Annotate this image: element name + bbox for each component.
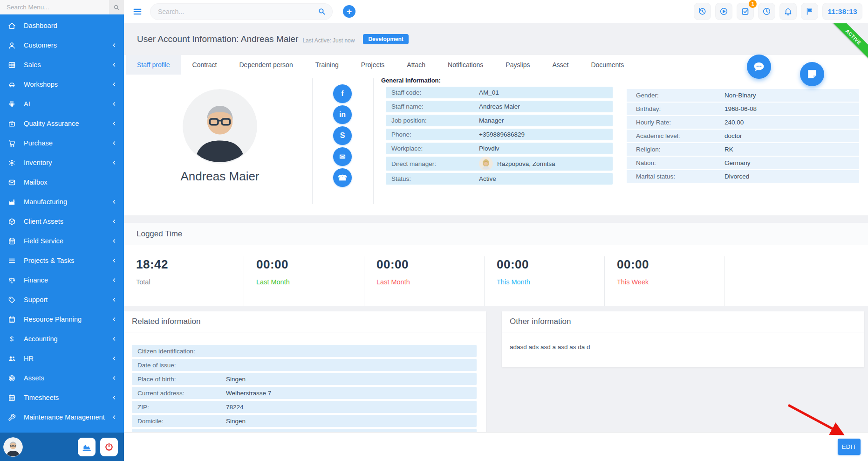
sidebar-item-resource-planning[interactable]: Resource Planning	[0, 310, 124, 329]
sidebar-item-label: Timesheets	[24, 394, 111, 401]
chevron-left-icon	[111, 414, 117, 420]
tab-projects[interactable]: Projects	[350, 55, 396, 75]
sidebar-item-maintenance-management[interactable]: Maintenance Management	[0, 407, 124, 427]
sidebar-item-inventory[interactable]: Inventory	[0, 153, 124, 172]
factory-icon	[8, 198, 16, 206]
sidebar-item-hr[interactable]: HR	[0, 349, 124, 368]
chevron-left-icon	[111, 258, 117, 263]
global-search-input[interactable]	[157, 7, 314, 16]
sidebar-item-finance[interactable]: Finance	[0, 270, 124, 290]
tab-training[interactable]: Training	[304, 55, 350, 75]
topbar-button-play[interactable]	[715, 3, 732, 20]
chevron-left-icon	[111, 121, 117, 126]
sidebar-item-timesheets[interactable]: Timesheets	[0, 388, 124, 407]
reports-button[interactable]	[78, 438, 96, 456]
tab-asset[interactable]: Asset	[541, 55, 580, 75]
sidebar-item-accounting[interactable]: Accounting	[0, 329, 124, 349]
sidebar-item-assets[interactable]: Assets	[0, 368, 124, 388]
search-button[interactable]	[318, 7, 326, 15]
search-icon	[318, 7, 326, 15]
app-root: { "colors": { "accent": "#2d8cf0", "side…	[0, 0, 868, 461]
topbar-button-history[interactable]	[694, 3, 711, 20]
clock-display[interactable]: 11:38:13	[822, 3, 862, 20]
sidebar-item-dashboard[interactable]: Dashboard	[0, 16, 124, 35]
user-avatar[interactable]	[3, 437, 23, 457]
social-button-phone[interactable]: ☎	[333, 168, 352, 187]
sidebar-search-input[interactable]	[0, 0, 109, 14]
scale-icon	[8, 276, 16, 284]
row-label: Hourly Rate:	[636, 119, 724, 126]
chevron-left-icon	[111, 160, 117, 165]
topbar-button-check-square[interactable]: 1	[737, 3, 754, 20]
calendar-icon	[8, 316, 16, 323]
tab-notifications[interactable]: Notifications	[437, 55, 494, 75]
sidebar-item-workshops[interactable]: Workshops	[0, 75, 124, 94]
logout-button[interactable]	[100, 438, 118, 456]
sidebar-search-button[interactable]	[109, 0, 124, 14]
sidebar-item-sales[interactable]: Sales	[0, 55, 124, 75]
tab-attach[interactable]: Attach	[396, 55, 437, 75]
sidebar-item-client-assets[interactable]: Client Assets	[0, 212, 124, 231]
row-label: Workplace:	[391, 145, 479, 152]
topbar-button-bell[interactable]	[779, 3, 797, 20]
tab-dependent-person[interactable]: Dependent person	[228, 55, 304, 75]
row-label: Citizen identification:	[137, 348, 226, 355]
row-value: Razpopova, Zornitsa	[479, 157, 555, 171]
sidebar-item-mailbox[interactable]: Mailbox	[0, 172, 124, 192]
manager-avatar[interactable]	[479, 157, 493, 171]
stat-label: Last Month	[256, 278, 364, 286]
profile-photo	[183, 89, 257, 164]
table-row: Direct manager: Razpopova, Zornitsa	[386, 157, 613, 171]
social-button-linkedin[interactable]: in	[333, 105, 352, 124]
sidebar-item-field-service[interactable]: Field Service	[0, 231, 124, 251]
topbar-button-clock[interactable]	[758, 3, 775, 20]
stat-value: 00:00	[617, 257, 724, 272]
sidebar-item-ai[interactable]: AI	[0, 94, 124, 114]
history-icon	[698, 7, 707, 16]
tab-contract[interactable]: Contract	[181, 55, 228, 75]
sidebar-item-customers[interactable]: Customers	[0, 35, 124, 55]
tab-staff-profile[interactable]: Staff profile	[126, 55, 181, 75]
row-value: 1968-06-08	[724, 105, 757, 112]
table-row: Birthday: 1968-06-08	[627, 103, 859, 115]
sidebar-item-projects-tasks[interactable]: Projects & Tasks	[0, 251, 124, 270]
sidebar-item-label: Purchase	[24, 139, 111, 147]
social-button-skype[interactable]: S	[333, 126, 352, 145]
topbar-button-flag[interactable]	[801, 3, 818, 20]
tab-documents[interactable]: Documents	[580, 55, 635, 75]
row-label: Domicile:	[137, 418, 226, 425]
social-button-email[interactable]: ✉	[333, 147, 352, 166]
stat-label: This Week	[617, 278, 724, 286]
chevron-left-icon	[111, 140, 117, 146]
sidebar-item-manufacturing[interactable]: Manufacturing	[0, 192, 124, 212]
sidebar-item-quality-assurance[interactable]: Quality Assurance	[0, 114, 124, 133]
social-links: f in S ✉ ☎	[333, 84, 352, 187]
sidebar-item-support[interactable]: Support	[0, 290, 124, 310]
manager-photo-icon	[479, 157, 493, 171]
play-icon	[719, 7, 728, 16]
row-value: Plovdiv	[479, 145, 499, 152]
chevron-left-icon	[111, 42, 117, 48]
tab-payslips[interactable]: Payslips	[494, 55, 541, 75]
grid-icon	[8, 61, 16, 69]
sidebar-item-label: Sales	[24, 61, 111, 69]
row-value: Weiherstrasse 7	[226, 390, 271, 397]
profile-photo-icon	[183, 89, 257, 164]
general-info-table: Staff code: AM_01 Staff name: Andreas Ma…	[386, 87, 613, 185]
edit-button[interactable]: EDIT	[838, 439, 861, 455]
notes-fab-button[interactable]	[800, 62, 824, 86]
row-label: Place of birth:	[137, 376, 226, 383]
chevron-left-icon	[111, 277, 117, 283]
social-button-facebook[interactable]: f	[333, 84, 352, 103]
quick-add-button[interactable]: +	[343, 5, 355, 18]
sidebar-item-purchase[interactable]: Purchase	[0, 133, 124, 153]
other-information-title: Other information	[502, 311, 864, 332]
other-information-text: adasd ads asd a asd as da d	[502, 332, 864, 362]
time-stat: 00:00 Last Month	[364, 256, 485, 306]
profile-name: Andreas Maier	[127, 169, 313, 184]
chat-fab-button[interactable]	[747, 55, 771, 79]
row-value: Active	[479, 175, 496, 182]
time-stat: 00:00 Last Month	[244, 256, 364, 306]
hamburger-menu-button[interactable]	[130, 5, 144, 19]
user-photo-icon	[3, 437, 23, 457]
